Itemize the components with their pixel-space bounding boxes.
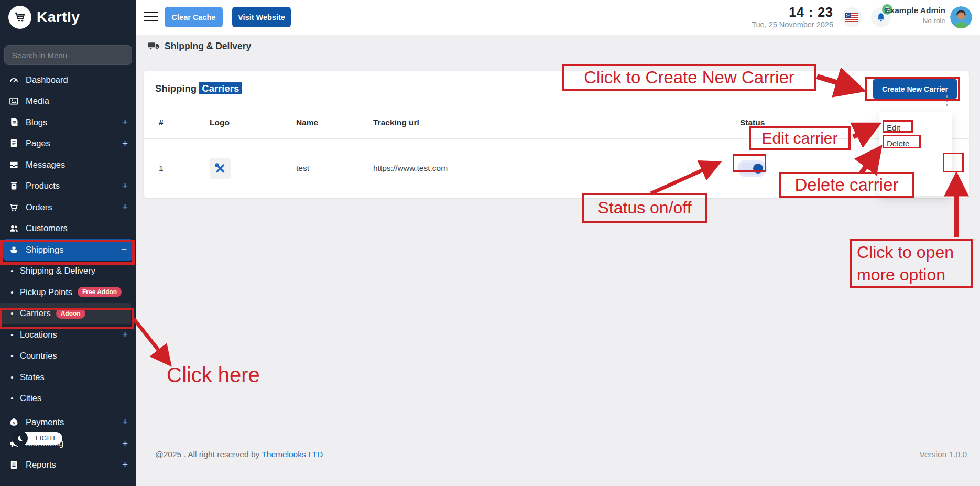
column-header-: # — [159, 118, 210, 127]
version-label: Version 1.0.0 — [920, 450, 967, 459]
moon-icon — [12, 430, 28, 446]
plus-icon[interactable]: + — [122, 329, 128, 340]
minus-icon[interactable]: − — [121, 244, 127, 255]
sidebar-item-locations[interactable]: •Locations+ — [0, 324, 136, 345]
plus-icon[interactable]: + — [122, 459, 128, 470]
plus-icon[interactable]: + — [122, 138, 128, 149]
table-header-row: #LogoNameTracking urlStatus — [144, 106, 969, 139]
sidebar-item-messages[interactable]: Messages — [0, 154, 136, 176]
toggle-knob — [753, 164, 763, 174]
sidebar-nav: DashboardMediaBlogs+Pages+MessagesProduc… — [0, 69, 136, 476]
sidebar-item-blogs[interactable]: Blogs+ — [0, 112, 136, 133]
carrier-name: test — [296, 164, 373, 173]
products-icon — [8, 180, 19, 191]
language-selector[interactable] — [842, 7, 862, 27]
sidebar-item-label: Countries — [20, 351, 57, 361]
hamburger-menu-icon[interactable] — [144, 12, 158, 24]
sidebar-item-label: Blogs — [26, 117, 47, 127]
menu-item-delete[interactable]: Delete — [879, 135, 952, 151]
sidebar: Kartly DashboardMediaBlogs+Pages+Message… — [0, 0, 136, 486]
theme-toggle-label: LIGHT — [36, 435, 56, 442]
page-title: Shipping & Delivery — [165, 41, 251, 52]
sidebar-item-cities[interactable]: •Cities — [0, 388, 136, 409]
plus-icon[interactable]: + — [122, 416, 128, 428]
truck-icon — [148, 42, 160, 50]
menu-item-edit[interactable]: Edit — [879, 120, 952, 135]
card-title: Shipping Carriers — [155, 83, 242, 94]
carriers-table: #LogoNameTracking urlStatus 1testhttps:/… — [144, 106, 969, 198]
bullet-icon: • — [8, 373, 16, 382]
plus-icon[interactable]: + — [122, 438, 128, 449]
clear-cache-button[interactable]: Clear Cache — [165, 7, 223, 27]
plus-icon[interactable]: + — [122, 116, 128, 128]
sidebar-item-label: Orders — [26, 202, 52, 212]
avatar[interactable] — [950, 6, 972, 28]
sidebar-item-pages[interactable]: Pages+ — [0, 133, 136, 155]
theme-toggle[interactable]: LIGHT — [17, 432, 62, 445]
footer: @2025 . All right reserved by Themelooks… — [155, 450, 967, 459]
status-toggle[interactable] — [740, 163, 764, 175]
plus-icon[interactable]: + — [122, 180, 128, 192]
carrier-logo — [210, 158, 231, 179]
time-display: 14 : 23 — [752, 5, 833, 20]
more-options-button[interactable] — [942, 92, 952, 110]
sidebar-item-label: Reports — [26, 460, 56, 470]
copyright-text: @2025 . All right reserved by Themelooks… — [155, 450, 323, 459]
themelooks-link[interactable]: Themelooks LTD — [262, 450, 323, 459]
column-header-name: Name — [296, 118, 373, 127]
sidebar-item-pickup-points[interactable]: •Pickup PointsFree Addon — [0, 282, 136, 303]
sidebar-item-shippings[interactable]: Shippings− — [3, 239, 133, 261]
sidebar-item-label: Payments — [26, 417, 64, 427]
sidebar-item-dashboard[interactable]: Dashboard — [0, 69, 136, 91]
sidebar-item-label: Customers — [26, 223, 68, 233]
card-header: Shipping Carriers Create New Carrier — [144, 71, 969, 106]
sidebar-item-reports[interactable]: Reports+ — [0, 454, 136, 476]
breadcrumb: Shipping & Delivery — [136, 35, 980, 58]
sidebar-item-label: Locations — [20, 330, 57, 340]
card-title-highlight: Carriers — [199, 82, 242, 94]
app-logo[interactable]: Kartly — [0, 0, 136, 35]
sidebar-item-countries[interactable]: •Countries — [0, 345, 136, 367]
column-header-tracking-url: Tracking url — [373, 118, 740, 127]
sidebar-item-label: Shipping & Delivery — [20, 266, 95, 276]
bullet-icon: • — [8, 288, 16, 297]
orders-icon — [8, 202, 19, 213]
row-index: 1 — [159, 164, 210, 173]
tools-icon — [213, 161, 227, 175]
sidebar-item-customers[interactable]: Customers — [0, 218, 136, 240]
sidebar-item-label: Pickup Points — [20, 287, 72, 297]
clock: 14 : 23 Tue, 25 November 2025 — [752, 5, 833, 29]
annotation-more-option: Click to openmore option — [850, 239, 973, 288]
sidebar-item-states[interactable]: •States — [0, 366, 136, 388]
table-row: 1testhttps://www.test.com — [144, 139, 969, 198]
messages-icon — [8, 159, 19, 170]
visit-website-button[interactable]: Visit Website — [232, 7, 291, 27]
bullet-icon: • — [8, 266, 16, 275]
carriers-card: Shipping Carriers Create New Carrier #Lo… — [144, 71, 969, 198]
sidebar-item-label: Carriers — [20, 308, 51, 318]
sidebar-item-label: Messages — [26, 160, 65, 170]
addon-badge: Free Addon — [78, 287, 122, 297]
sidebar-item-products[interactable]: Products+ — [0, 176, 136, 197]
us-flag-icon — [845, 13, 858, 22]
plus-icon[interactable]: + — [122, 201, 128, 213]
sidebar-item-orders[interactable]: Orders+ — [0, 197, 136, 218]
sidebar-item-carriers[interactable]: •CarriersAdoon — [0, 303, 131, 325]
sidebar-search-input[interactable] — [4, 45, 132, 65]
pages-icon — [8, 138, 19, 149]
cart-logo-icon — [8, 6, 31, 29]
topbar: Clear Cache Visit Website 14 : 23 Tue, 2… — [136, 0, 980, 35]
sidebar-item-shipping-and-delivery[interactable]: •Shipping & Delivery — [0, 261, 136, 282]
bullet-icon: • — [8, 309, 16, 318]
payments-icon: $ — [8, 417, 19, 428]
svg-text:$: $ — [13, 420, 15, 425]
date-display: Tue, 25 November 2025 — [752, 20, 833, 29]
sidebar-item-label: States — [20, 372, 45, 382]
user-info[interactable]: Example Admin No role — [885, 6, 945, 25]
sidebar-item-media[interactable]: Media — [0, 91, 136, 112]
sidebar-item-payments[interactable]: $Payments+ — [0, 412, 136, 433]
sidebar-item-label: Media — [26, 96, 49, 106]
annotation-click-here: Click here — [167, 363, 260, 387]
bullet-icon: • — [8, 330, 16, 339]
dashboard-icon — [8, 74, 19, 85]
